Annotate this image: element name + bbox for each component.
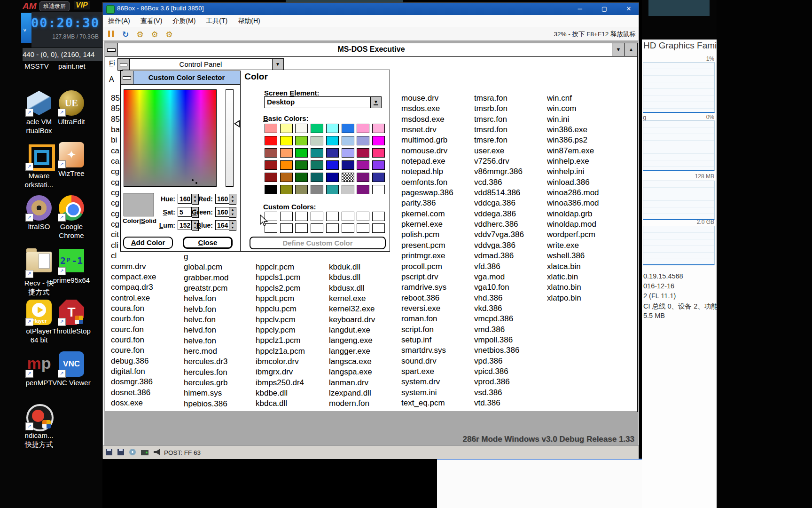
file-item[interactable]: hppcls1.pcm: [256, 272, 305, 283]
spinner-buttons[interactable]: ▲▼: [229, 220, 236, 231]
file-item[interactable]: kbdusx.dll: [329, 283, 375, 294]
basic-color-swatch[interactable]: [372, 136, 385, 145]
scroll-down-button[interactable]: ▼: [612, 43, 625, 56]
machine-gear-icon[interactable]: ⚙: [164, 29, 174, 40]
file-item[interactable]: hppclu.pcm: [256, 304, 305, 314]
file-item[interactable]: smartdrv.sys: [401, 345, 453, 356]
file-item[interactable]: vmcpd.386: [474, 314, 524, 324]
file-item[interactable]: nomouse.drv: [401, 146, 453, 156]
basic-color-swatch[interactable]: [357, 124, 369, 133]
file-item[interactable]: system.drv: [401, 377, 453, 387]
basic-color-swatch[interactable]: [342, 160, 354, 170]
file-item[interactable]: kbduk.dll: [329, 262, 375, 272]
basic-color-swatch[interactable]: [280, 173, 293, 182]
basic-color-swatch[interactable]: [326, 185, 339, 194]
file-item[interactable]: pkernel.exe: [401, 219, 453, 230]
selector-title-bar[interactable]: Custom Color Selector: [121, 71, 240, 85]
file-item[interactable]: v86mmgr.386: [474, 167, 524, 177]
file-item[interactable]: tmsrb.fon: [474, 103, 524, 114]
file-item[interactable]: xlatpo.bin: [547, 293, 599, 303]
file-item[interactable]: tmsrc.fon: [474, 114, 524, 125]
file-item[interactable]: digital.fon: [111, 366, 156, 377]
file-item[interactable]: hppclz1.pcm: [256, 335, 305, 346]
file-item[interactable]: helvb.fon: [184, 304, 228, 315]
file-item[interactable]: kernel.exe: [329, 294, 375, 304]
file-item[interactable]: compaq.dr3: [111, 282, 156, 293]
desktop-icon-vnc[interactable]: VNC↗VNC Viewer: [50, 351, 93, 387]
file-item[interactable]: hppclz1a.pcm: [256, 346, 305, 357]
basic-color-swatch[interactable]: [357, 160, 369, 170]
luminosity-bar[interactable]: [226, 89, 234, 187]
basic-color-swatch[interactable]: [280, 185, 293, 194]
file-item[interactable]: vcd.386: [474, 177, 524, 188]
file-item[interactable]: herc.mod: [184, 346, 228, 357]
custom-color-swatch[interactable]: [311, 212, 323, 221]
file-item[interactable]: vnetbios.386: [474, 345, 524, 356]
hard-disk-icon[interactable]: [141, 450, 148, 455]
file-item[interactable]: courd.fon: [111, 335, 156, 345]
file-item[interactable]: g: [184, 252, 228, 262]
file-item[interactable]: multimod.grb: [401, 135, 453, 145]
file-item[interactable]: debug.386: [111, 356, 156, 366]
file-item[interactable]: dosnet.386: [111, 388, 156, 398]
basic-color-swatch[interactable]: [311, 173, 323, 182]
file-item[interactable]: winhelp.ini: [547, 167, 599, 177]
basic-color-swatch[interactable]: [295, 160, 308, 170]
file-item[interactable]: helvc.fon: [184, 315, 228, 325]
basic-color-swatch[interactable]: [326, 148, 339, 158]
settings-gear-icon[interactable]: ⚙: [149, 29, 160, 40]
file-item[interactable]: vsd.386: [474, 388, 524, 398]
file-item[interactable]: coure.fon: [111, 345, 156, 356]
hard-reset-icon[interactable]: ⚙: [135, 29, 145, 40]
file-item[interactable]: script.fon: [401, 325, 453, 335]
file-item[interactable]: system.ini: [401, 388, 453, 398]
desktop-label-paintnet[interactable]: paint.net: [58, 62, 86, 70]
basic-color-swatch[interactable]: [342, 148, 354, 158]
basic-color-swatch[interactable]: [295, 124, 308, 133]
file-item[interactable]: mouse.drv: [401, 93, 453, 103]
file-item[interactable]: xlatca.bin: [547, 262, 599, 272]
basic-color-swatch[interactable]: [295, 173, 308, 182]
basic-color-swatch[interactable]: [265, 173, 277, 182]
menu-m[interactable]: 介质(M): [167, 15, 201, 27]
basic-color-swatch[interactable]: [280, 160, 293, 170]
cdrom-icon[interactable]: [129, 449, 136, 455]
file-item[interactable]: lanman.drv: [329, 378, 375, 388]
file-item[interactable]: hercules.fon: [184, 367, 228, 378]
file-item[interactable]: win386.exe: [547, 125, 599, 135]
file-item[interactable]: greatstr.pcm: [184, 283, 228, 294]
basic-color-swatch[interactable]: [326, 173, 339, 182]
restart-icon[interactable]: ↻: [120, 29, 131, 40]
file-item[interactable]: sound.drv: [401, 356, 453, 366]
custom-color-swatch[interactable]: [357, 223, 369, 233]
basic-color-swatch[interactable]: [311, 160, 323, 170]
window-menu-button[interactable]: ▼: [272, 59, 283, 70]
basic-color-swatch[interactable]: [342, 136, 354, 145]
custom-color-swatch[interactable]: [372, 212, 385, 221]
file-item[interactable]: winoldap.grb: [547, 209, 599, 219]
basic-color-swatch[interactable]: [280, 148, 293, 158]
luminosity-slider-icon[interactable]: [234, 120, 240, 127]
file-item[interactable]: langsca.exe: [329, 357, 375, 367]
file-item[interactable]: winoa286.mod: [547, 188, 599, 198]
file-item[interactable]: msdosd.exe: [401, 114, 453, 125]
file-item[interactable]: helvd.fon: [184, 325, 228, 335]
spinner-buttons[interactable]: ▲▼: [229, 207, 236, 218]
file-item[interactable]: vfd.386: [474, 262, 524, 272]
file-item[interactable]: hpebios.386: [184, 399, 228, 409]
file-item[interactable]: hppclv.pcm: [256, 315, 305, 325]
file-item[interactable]: winoa386.mod: [547, 198, 599, 208]
combobox-drop-icon[interactable]: ▼: [370, 96, 382, 108]
minimize-button[interactable]: ─: [575, 4, 585, 13]
desktop-icon-prime95[interactable]: 2ᵖ-1↗prime95x64: [50, 247, 93, 285]
file-item[interactable]: helve.fon: [184, 336, 228, 346]
file-item[interactable]: pageswap.386: [401, 188, 453, 198]
file-item[interactable]: helva.fon: [184, 294, 228, 304]
file-item[interactable]: procoll.pcm: [401, 262, 453, 272]
file-item[interactable]: vddvga.386: [474, 240, 524, 251]
file-item[interactable]: courb.fon: [111, 314, 156, 324]
file-item[interactable]: kbdbe.dll: [256, 388, 305, 398]
bandicam-recorder-button[interactable]: 班迪录屏: [39, 1, 70, 11]
file-item[interactable]: printmgr.exe: [401, 251, 453, 261]
file-item[interactable]: reboot.386: [401, 293, 453, 303]
